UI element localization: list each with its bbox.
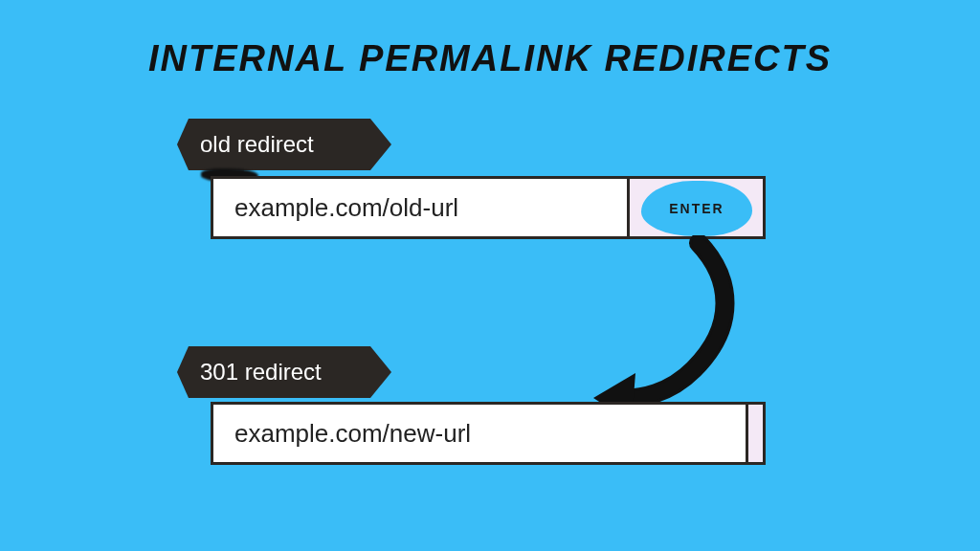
new-url-text: example.com/new-url	[213, 419, 746, 449]
diagram-title: INTERNAL PERMALINK REDIRECTS	[0, 38, 980, 79]
enter-blob: ENTER	[641, 181, 752, 236]
old-redirect-tag: old redirect	[177, 119, 391, 170]
enter-button-area: ENTER	[627, 179, 763, 236]
new-redirect-tag: 301 redirect	[177, 346, 391, 398]
old-redirect-label: old redirect	[200, 131, 314, 158]
old-url-bar: example.com/old-url ENTER	[211, 176, 766, 239]
new-url-bar: example.com/new-url	[211, 402, 766, 465]
new-redirect-label: 301 redirect	[200, 359, 322, 386]
new-url-side	[746, 405, 763, 462]
redirect-arrow-icon	[593, 235, 766, 408]
enter-label: ENTER	[669, 201, 724, 216]
old-url-text: example.com/old-url	[213, 193, 627, 223]
